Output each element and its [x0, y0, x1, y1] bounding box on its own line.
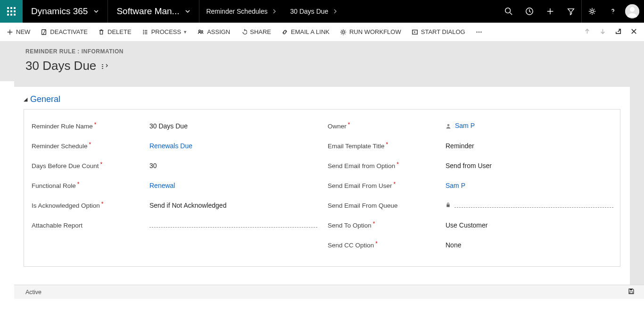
user-avatar[interactable]	[625, 4, 639, 18]
field-value-link[interactable]: Renewals Due	[149, 140, 317, 152]
required-marker: *	[89, 141, 91, 148]
field-value[interactable]: Send if Not Acknowledged	[149, 200, 317, 211]
chevron-right-icon	[333, 8, 338, 15]
cmd-label: EMAIL A LINK	[291, 28, 330, 35]
label-text: Send Email From Queue	[328, 202, 398, 209]
plus-icon	[546, 7, 554, 16]
cmd-email-link[interactable]: EMAIL A LINK	[281, 28, 330, 35]
collapse-icon: ◢	[24, 96, 27, 102]
left-gutter	[0, 81, 14, 299]
global-nav-bar: Dynamics 365 Software Man... Reminder Sc…	[0, 0, 644, 23]
arrow-down-icon	[599, 28, 606, 35]
nav-down-button[interactable]	[599, 28, 606, 36]
field-value-link[interactable]: Sam P	[446, 180, 613, 191]
cmd-label: PROCESS	[151, 28, 182, 35]
svg-rect-6	[7, 14, 9, 16]
close-button[interactable]	[630, 28, 637, 36]
svg-rect-3	[7, 10, 9, 12]
cmd-process[interactable]: PROCESS ▼	[142, 28, 188, 35]
chevron-down-icon	[93, 6, 99, 17]
required-marker: *	[373, 220, 375, 227]
form-selector-icon	[101, 63, 108, 70]
field-value[interactable]: 30	[149, 160, 317, 171]
label-text: Email Template Title	[328, 143, 385, 150]
svg-point-11	[591, 10, 593, 12]
field-value[interactable]: 30 Days Due	[149, 120, 317, 132]
required-marker: *	[101, 201, 104, 207]
settings-button[interactable]	[582, 0, 603, 23]
cmd-new[interactable]: NEW	[7, 28, 30, 35]
field-label: Attachable Report	[31, 222, 149, 229]
search-button[interactable]	[498, 0, 519, 23]
section-title: General	[30, 94, 60, 104]
link-icon	[281, 29, 288, 35]
field-label: Send Email from Option*	[327, 162, 446, 169]
cmd-label: ASSIGN	[207, 28, 230, 35]
field-value-empty[interactable]	[149, 223, 317, 228]
popout-button[interactable]	[615, 28, 622, 36]
question-icon	[609, 7, 617, 16]
nav-app-name[interactable]: Dynamics 365	[23, 0, 107, 23]
cmd-label: NEW	[16, 28, 30, 35]
form-selector[interactable]	[101, 59, 108, 73]
chevron-right-icon	[272, 8, 277, 15]
funnel-icon	[567, 7, 575, 16]
svg-point-17	[143, 30, 144, 31]
svg-rect-7	[10, 14, 12, 16]
more-icon	[476, 29, 482, 35]
label-text: Days Before Due Count	[32, 162, 99, 169]
arrow-up-icon	[584, 28, 591, 35]
field-reminder-rule-name: Reminder Rule Name* 30 Days Due	[31, 116, 317, 136]
section-general-header[interactable]: ◢ General	[24, 94, 620, 104]
cmd-label: DELETE	[107, 28, 132, 35]
new-button[interactable]	[540, 0, 561, 23]
field-value-link[interactable]: Renewal	[149, 180, 317, 191]
svg-point-25	[479, 31, 479, 32]
app-launcher-button[interactable]	[0, 0, 23, 23]
field-value-link[interactable]: Sam P	[446, 120, 613, 132]
form-type-label: REMINDER RULE : INFORMATION	[25, 48, 644, 55]
cmd-run-workflow[interactable]: RUN WORKFLOW	[340, 28, 401, 35]
svg-point-22	[342, 31, 344, 33]
required-marker: *	[100, 161, 103, 168]
section-general-body: Reminder Rule Name* 30 Days Due Reminder…	[24, 109, 620, 267]
filter-button[interactable]	[561, 0, 581, 23]
field-value[interactable]: Reminder	[446, 140, 613, 152]
help-button[interactable]	[603, 0, 623, 23]
chevron-down-icon: ▼	[183, 30, 187, 34]
cmd-share[interactable]: SHARE	[240, 28, 271, 35]
field-send-from-user: Send Email From User* Sam P	[327, 176, 613, 195]
cmd-assign[interactable]: ASSIGN	[198, 28, 230, 35]
cmd-delete[interactable]: DELETE	[98, 28, 132, 35]
nav-module[interactable]: Software Man...	[108, 0, 199, 23]
required-marker: *	[396, 161, 399, 168]
cmd-overflow[interactable]	[476, 29, 485, 35]
save-button[interactable]	[628, 288, 635, 296]
cmd-label: DEACTIVATE	[50, 28, 88, 35]
label-text: Reminder Rule Name	[32, 123, 93, 130]
svg-rect-28	[446, 204, 449, 207]
breadcrumb-parent[interactable]: Reminder Schedules	[199, 0, 283, 23]
recent-button[interactable]	[519, 0, 540, 23]
svg-point-15	[630, 7, 635, 12]
nav-up-button[interactable]	[584, 28, 591, 36]
field-value[interactable]: None	[446, 239, 613, 251]
field-send-from-queue: Send Email From Queue	[327, 195, 613, 215]
svg-rect-1	[10, 7, 12, 9]
close-icon	[630, 28, 637, 35]
field-functional-role: Functional Role* Renewal	[31, 176, 317, 195]
field-label: Is Acknowledged Option*	[31, 202, 149, 209]
label-text: Attachable Report	[32, 222, 83, 229]
cmd-start-dialog[interactable]: START DIALOG	[412, 28, 465, 35]
svg-point-26	[480, 31, 481, 32]
save-icon	[628, 288, 635, 295]
breadcrumb-current[interactable]: 30 Days Due	[283, 0, 344, 23]
field-reminder-schedule: Reminder Schedule* Renewals Due	[31, 136, 317, 156]
field-value[interactable]: Send from User	[446, 160, 613, 171]
svg-rect-0	[7, 7, 9, 9]
plus-icon	[7, 29, 13, 35]
field-label: Functional Role*	[31, 182, 149, 189]
field-value[interactable]: Use Customer	[446, 220, 613, 231]
cmd-deactivate[interactable]: DEACTIVATE	[41, 28, 88, 35]
form-card: ◢ General Reminder Rule Name* 30 Days Du…	[14, 87, 630, 299]
